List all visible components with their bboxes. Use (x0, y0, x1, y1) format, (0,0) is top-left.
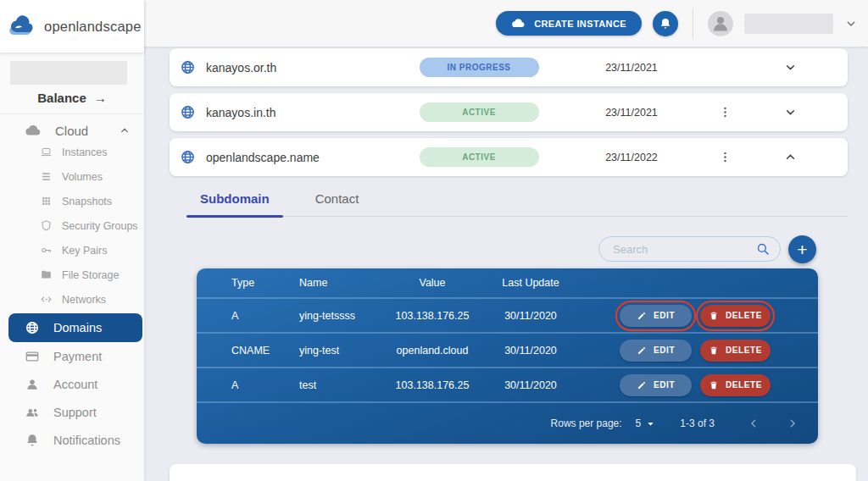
create-instance-button[interactable]: CREATE INSTANCE (496, 11, 642, 36)
domain-name-cell: kanayos.or.th (180, 59, 398, 75)
sidebar-item-security-groups[interactable]: Security Groups (0, 213, 144, 238)
brand-name: openlandscape (44, 19, 142, 35)
caret-down-icon (645, 418, 656, 429)
edit-button[interactable]: EDIT (620, 340, 692, 362)
status-badge: IN PROGRESS (420, 58, 539, 77)
edit-button[interactable]: EDIT (620, 374, 692, 396)
sidebar-item-label: Key Pairs (62, 245, 108, 257)
domain-row-openlandscape-name: openlandscape.name ACTIVE 23/11/2022 (170, 138, 848, 176)
collapse-button[interactable] (746, 150, 834, 164)
folder-icon (40, 268, 53, 281)
table-row: A ying-tetssss 103.138.176.25 30/11/2020… (197, 297, 818, 332)
sidebar-item-networks[interactable]: Networks (0, 287, 144, 312)
record-value: 103.138.176.25 (376, 379, 489, 391)
search-icon[interactable] (755, 241, 771, 257)
column-header-value: Value (376, 277, 489, 289)
delete-button[interactable]: DELETE (700, 340, 771, 362)
chevron-up-icon (783, 150, 798, 164)
sidebar-item-support[interactable]: Support (0, 398, 144, 426)
column-header-last-update: Last Update (489, 277, 572, 289)
status-badge: ACTIVE (420, 147, 539, 167)
record-name: test (299, 379, 376, 391)
sidebar-item-label: Notifications (53, 434, 120, 447)
rows-per-page-select[interactable]: 5 (636, 417, 657, 429)
kebab-icon (718, 150, 732, 164)
sidebar-item-label: Payment (53, 350, 102, 363)
bell-icon (659, 17, 672, 30)
top-header: CREATE INSTANCE (144, 0, 868, 47)
delete-button[interactable]: DELETE (700, 305, 771, 327)
avatar[interactable] (708, 11, 733, 36)
next-domain-card-partial (170, 464, 856, 481)
sidebar-item-volumes[interactable]: Volumes (0, 164, 144, 189)
sidebar-section-cloud[interactable]: Cloud (0, 114, 144, 140)
rows-per-page-label: Rows per page: (551, 417, 622, 429)
kebab-menu-button[interactable] (704, 105, 746, 119)
record-last-update: 30/11/2020 (489, 345, 572, 357)
card-icon (25, 349, 40, 364)
pencil-icon (637, 380, 647, 390)
edit-button[interactable]: EDIT (620, 305, 692, 327)
sidebar-item-notifications[interactable]: Notifications (0, 426, 144, 454)
delete-button[interactable]: DELETE (700, 374, 771, 396)
tab-contact[interactable]: Contact (302, 191, 373, 216)
sidebar-item-label: Networks (62, 294, 106, 306)
record-last-update: 30/11/2020 (489, 379, 572, 391)
chevron-down-icon (783, 60, 798, 75)
sidebar-item-label: File Storage (62, 269, 119, 281)
sidebar-item-label: Domains (53, 321, 102, 334)
record-name: ying-test (299, 345, 376, 357)
sidebar-item-file-storage[interactable]: File Storage (0, 263, 144, 287)
sidebar: openlandscape Balance → Cloud Instances … (0, 0, 144, 481)
pagination-range: 1-3 of 3 (680, 417, 715, 429)
chevron-right-icon (786, 417, 799, 430)
sidebar-item-key-pairs[interactable]: Key Pairs (0, 238, 144, 263)
kebab-icon (718, 105, 732, 119)
next-page-button[interactable] (779, 417, 806, 430)
domain-name-cell: kanayos.in.th (180, 104, 398, 120)
tab-subdomain[interactable]: Subdomain (186, 191, 283, 216)
domain-row-kanayos-or-th: kanayos.or.th IN PROGRESS 23/11/2021 (170, 48, 848, 86)
domain-row-kanayos-in-th: kanayos.in.th ACTIVE 23/11/2021 (170, 93, 848, 131)
record-type: CNAME (231, 345, 299, 357)
record-name: ying-tetssss (299, 310, 376, 322)
domain-name: kanayos.or.th (206, 61, 276, 75)
key-icon (40, 244, 53, 257)
shield-icon (40, 219, 53, 232)
expand-button[interactable] (746, 105, 834, 119)
table-row: A test 103.138.176.25 30/11/2020 EDIT DE… (197, 367, 818, 401)
chevron-down-icon[interactable] (844, 17, 858, 30)
sidebar-item-domains[interactable]: Domains (8, 313, 142, 342)
notifications-bell-button[interactable] (653, 11, 678, 36)
expand-button[interactable] (746, 60, 834, 75)
table-header-row: Type Name Value Last Update (197, 268, 818, 297)
record-value: openland.cloud (376, 345, 489, 357)
search-input[interactable] (598, 236, 781, 262)
globe-icon (180, 59, 196, 75)
add-record-button[interactable]: + (788, 235, 816, 263)
sidebar-item-account[interactable]: Account (0, 370, 144, 398)
sidebar-item-payment[interactable]: Payment (0, 342, 144, 370)
record-value: 103.138.176.25 (376, 310, 489, 322)
chevron-up-icon (119, 124, 131, 136)
column-header-name: Name (299, 277, 376, 289)
network-icon (40, 293, 53, 306)
domain-name: openlandscape.name (206, 151, 320, 164)
sidebar-item-snapshots[interactable]: Snapshots (0, 189, 144, 213)
table-toolbar: + (144, 236, 816, 262)
openlandscape-cloud-logo-icon (7, 14, 39, 38)
chevron-down-icon (783, 105, 798, 119)
balance-link[interactable]: Balance → (0, 90, 144, 105)
sidebar-item-label: Snapshots (62, 196, 112, 207)
sidebar-item-label: Account (53, 378, 97, 391)
cloud-icon (511, 16, 526, 30)
sidebar-item-instances[interactable]: Instances (0, 140, 144, 164)
globe-icon (180, 149, 196, 165)
trash-icon (709, 346, 719, 356)
logo[interactable]: openlandscape (0, 0, 144, 53)
bell-icon (25, 433, 40, 448)
kebab-menu-button[interactable] (704, 150, 746, 164)
sidebar-item-label: Security Groups (62, 220, 138, 232)
previous-page-button[interactable] (740, 417, 767, 430)
domain-date: 23/11/2021 (559, 107, 704, 119)
